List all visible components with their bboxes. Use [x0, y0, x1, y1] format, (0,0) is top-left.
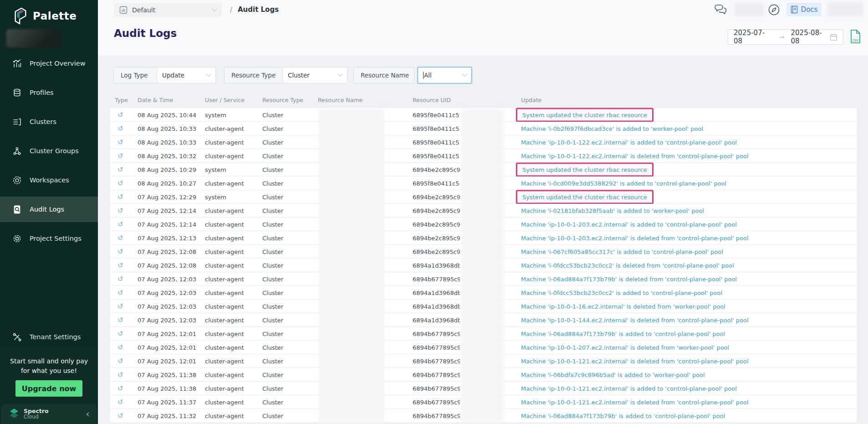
update-link[interactable]: Machine 'i-0b2f697f6dbcad3ce' is added t…	[521, 125, 703, 132]
update-link[interactable]: Machine 'ip-10-0-1-203.ec2.internal' is …	[521, 234, 749, 241]
update-link[interactable]: Machine 'i-02181bfab328f5aab' is added t…	[521, 207, 704, 214]
sidebar-item-profiles[interactable]: Profiles	[0, 80, 98, 105]
upgrade-promo: Start small and only pay for what you us…	[0, 347, 98, 404]
update-link[interactable]: System updated the cluster rbac resource	[516, 190, 654, 204]
cell-resource-type: Cluster	[262, 111, 283, 118]
date-from-value[interactable]: 2025-07-08	[734, 29, 773, 45]
sidebar: Palette Project Overview Profiles Cluste…	[0, 0, 98, 424]
sidebar-item-tenant-settings[interactable]: Tenant Settings	[0, 324, 98, 350]
update-link[interactable]: Machine 'i-06ad884a7f173b79b' is deleted…	[521, 275, 737, 282]
compass-icon[interactable]	[768, 4, 780, 16]
history-icon: ↺	[117, 371, 123, 379]
cell-resource-type: Cluster	[262, 193, 283, 200]
filter-resource-name-select[interactable]: All	[418, 67, 472, 83]
project-scope-icon	[119, 6, 128, 14]
cell-resource-type: Cluster	[262, 152, 283, 159]
update-link[interactable]: Machine 'ip-10-0-1-144.ec2.internal' is …	[521, 316, 749, 323]
docs-button[interactable]: Docs	[786, 3, 822, 16]
cell-user-service: cluster-agent	[205, 316, 244, 323]
history-icon: ↺	[117, 220, 123, 228]
update-link[interactable]: Machine 'ip-10-0-1-203.ec2.internal' is …	[521, 221, 737, 228]
cell-date-time: 07 Aug 2025, 12:13	[138, 234, 196, 241]
sidebar-item-workspaces[interactable]: Workspaces	[0, 167, 98, 193]
update-link[interactable]: Machine 'ip-10-0-1-122.ec2.internal' is …	[521, 139, 737, 145]
sidebar-item-project-settings[interactable]: Project Settings	[0, 226, 98, 251]
download-csv-button[interactable]: csv	[849, 29, 863, 45]
cell-update: Machine 'i-0fdcc53bcb23c0cc2' is added t…	[521, 289, 722, 296]
orbit-icon	[12, 176, 22, 185]
filter-log-type-select[interactable]: Update	[157, 67, 216, 83]
cell-date-time: 07 Aug 2025, 11:38	[138, 385, 196, 392]
cell-resource-type: Cluster	[262, 262, 283, 269]
update-link[interactable]: Machine 'ip-10-0-1-207.ec2.internal' is …	[521, 344, 729, 351]
update-link[interactable]: Machine 'i-06ad884a7f173b79b' is added t…	[521, 412, 725, 419]
cell-user-service: cluster-agent	[205, 234, 244, 241]
cell-user-service: cluster-agent	[205, 152, 244, 159]
cell-user-service: cluster-agent	[205, 262, 244, 269]
cell-date-time: 07 Aug 2025, 12:14	[138, 221, 196, 228]
sidebar-item-audit-logs[interactable]: Audit Logs	[0, 196, 98, 222]
tools-icon	[12, 332, 22, 342]
history-icon: ↺	[117, 152, 123, 160]
cell-date-time: 07 Aug 2025, 11:32	[138, 412, 196, 419]
spectro-cloud-wordmark: Spectro Cloud	[24, 408, 49, 420]
promo-line-1: Start small and only pay	[0, 357, 98, 366]
breadcrumb-current: Audit Logs	[238, 5, 279, 14]
cell-user-service: cluster-agent	[205, 412, 244, 419]
cell-date-time: 07 Aug 2025, 12:03	[138, 275, 196, 282]
cell-user-service: system	[205, 166, 226, 173]
gear-icon	[12, 234, 22, 243]
cell-user-service: cluster-agent	[205, 344, 244, 351]
cell-update: System updated the cluster rbac resource	[521, 108, 654, 122]
update-link[interactable]: Machine 'ip-10-0-1-16.ec2.internal' is d…	[521, 303, 725, 310]
date-range-picker[interactable]: 2025-07-08 → 2025-08-08	[728, 29, 843, 45]
cell-resource-uid: 6894be2c895c95	[413, 193, 460, 200]
filter-resource-type-select[interactable]: Cluster	[282, 67, 347, 83]
update-link[interactable]: Machine 'ip-10-0-1-122.ec2.internal' is …	[521, 152, 749, 159]
cell-resource-type: Cluster	[262, 180, 283, 186]
cell-user-service: cluster-agent	[205, 330, 244, 337]
update-link[interactable]: Machine 'i-0cd009e3dd5388292' is added t…	[521, 180, 726, 186]
update-link[interactable]: System updated the cluster rbac resource	[516, 162, 654, 176]
history-icon: ↺	[117, 261, 123, 269]
update-link[interactable]: Machine 'i-0fdcc53bcb23c0cc2' is deleted…	[521, 262, 734, 269]
cell-resource-uid: 6894b677895c95	[413, 357, 460, 364]
redacted-resource-uid-column	[461, 109, 503, 423]
cell-resource-uid: 6894be2c895c95	[413, 221, 460, 228]
cell-resource-uid: 6894be2c895c95	[413, 248, 460, 255]
palette-logo: Palette	[13, 7, 77, 25]
project-selector[interactable]: Default	[114, 3, 222, 17]
csv-label: csv	[853, 38, 859, 42]
sidebar-item-cluster-groups[interactable]: Cluster Groups	[0, 138, 98, 164]
update-link[interactable]: Machine 'i-0fdcc53bcb23c0cc2' is added t…	[521, 289, 722, 296]
update-link[interactable]: Machine 'ip-10-0-1-121.ec2.internal' is …	[521, 357, 749, 364]
filter-resource-name: Resource Name All	[353, 67, 472, 83]
update-link[interactable]: Machine 'ip-10-0-1-121.ec2.internal' is …	[521, 385, 737, 392]
cell-date-time: 07 Aug 2025, 12:03	[138, 289, 196, 296]
cell-date-time: 08 Aug 2025, 10:44	[138, 111, 196, 118]
update-link[interactable]: Machine 'i-067cf605a85cc317c' is added t…	[521, 248, 723, 255]
cell-user-service: cluster-agent	[205, 125, 244, 132]
column-header-type: Type	[115, 96, 128, 103]
update-link[interactable]: Machine 'i-06ad884a7f173b79b' is added t…	[521, 330, 725, 337]
cell-user-service: cluster-agent	[205, 139, 244, 145]
cell-resource-type: Cluster	[262, 344, 283, 351]
history-icon: ↺	[117, 384, 123, 393]
sidebar-item-clusters[interactable]: Clusters	[0, 109, 98, 134]
cell-update: Machine 'ip-10-0-1-122.ec2.internal' is …	[521, 139, 737, 145]
chat-icon[interactable]	[714, 4, 728, 16]
history-icon: ↺	[117, 275, 123, 283]
update-link[interactable]: Machine 'i-06bdfa7c9c896b5ad' is added t…	[521, 371, 705, 378]
column-header-update: Update	[521, 96, 541, 103]
collapse-sidebar-chevron[interactable]: ‹	[86, 409, 90, 419]
history-icon: ↺	[117, 289, 123, 297]
cell-resource-type: Cluster	[262, 385, 283, 392]
table-header: Type Date & Time User / Service Resource…	[110, 91, 857, 108]
cell-update: Machine 'i-06ad884a7f173b79b' is deleted…	[521, 275, 737, 282]
sidebar-item-project-overview[interactable]: Project Overview	[0, 51, 98, 76]
upgrade-now-button[interactable]: Upgrade now	[15, 380, 82, 397]
update-link[interactable]: Machine 'ip-10-0-1-121.ec2.internal' is …	[521, 398, 749, 405]
update-link[interactable]: System updated the cluster rbac resource	[516, 108, 654, 122]
date-to-value[interactable]: 2025-08-08	[791, 29, 830, 45]
filter-resource-type-value: Cluster	[288, 72, 310, 79]
